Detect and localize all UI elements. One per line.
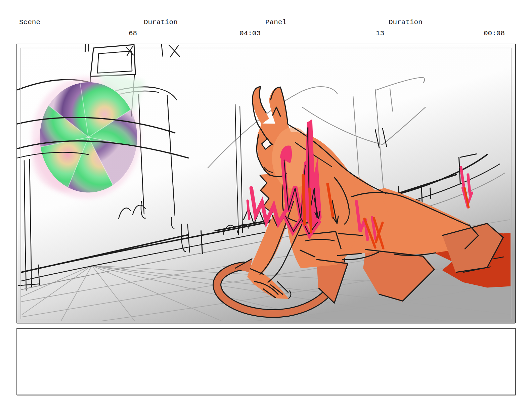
storyboard-image-panel	[16, 44, 516, 323]
panel-value: 13	[376, 30, 384, 37]
storyboard-sketch	[17, 44, 515, 323]
scene-value: 68	[129, 30, 137, 37]
panel-label: Panel	[265, 19, 286, 26]
duration-value-1: 04:03	[239, 30, 261, 37]
duration-label-2: Duration	[389, 19, 423, 26]
duration-label-1: Duration	[144, 19, 178, 26]
scene-label: Scene	[19, 19, 40, 26]
duration-value-2: 00:08	[484, 30, 505, 37]
notes-box[interactable]	[16, 328, 516, 395]
